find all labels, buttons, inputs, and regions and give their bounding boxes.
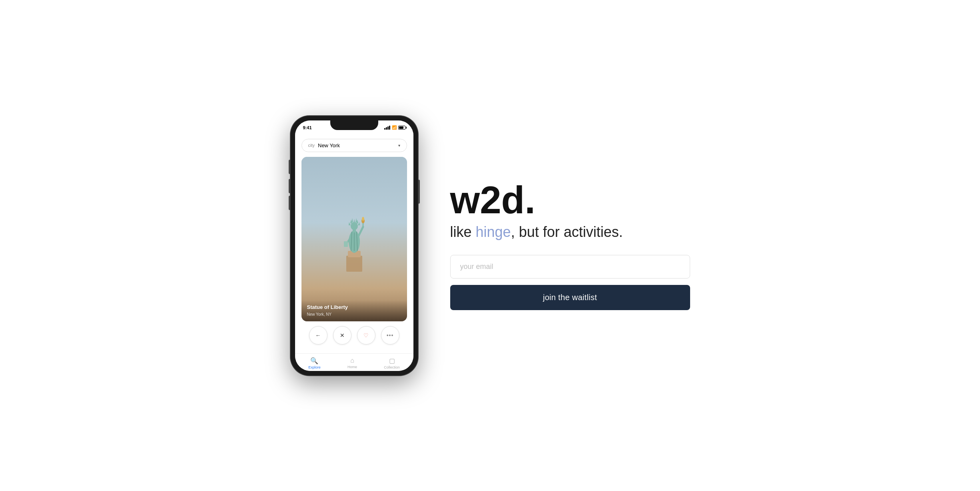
svg-marker-17	[349, 222, 351, 225]
status-time: 9:41	[303, 125, 312, 130]
battery-icon	[398, 126, 405, 130]
card-subtitle: New York, NY	[307, 312, 332, 317]
signal-icon	[384, 126, 390, 130]
phone-screen: 9:41 📶 ci	[295, 120, 413, 371]
brand-title: w2d.	[450, 181, 535, 219]
city-value: New York	[318, 142, 398, 148]
city-selector[interactable]: city New York ▾	[301, 139, 407, 152]
tagline-before: like	[450, 224, 476, 240]
activity-card: Statue of Liberty New York, NY	[301, 157, 407, 321]
tagline: like hinge, but for activities.	[450, 223, 623, 240]
svg-rect-11	[344, 241, 348, 247]
tab-home[interactable]: ⌂ Home	[347, 357, 357, 369]
svg-marker-19	[351, 218, 353, 222]
hinge-word: hinge	[476, 224, 511, 240]
back-button[interactable]: ←	[309, 326, 327, 345]
action-buttons: ← ✕ ♡ •••	[309, 326, 399, 345]
chevron-down-icon: ▾	[398, 143, 400, 148]
close-icon: ✕	[340, 332, 345, 339]
phone-mockup: 9:41 📶 ci	[290, 116, 418, 376]
statue-svg	[338, 208, 370, 272]
svg-rect-0	[346, 256, 362, 272]
svg-point-9	[362, 217, 364, 221]
svg-marker-20	[355, 218, 357, 222]
home-label: Home	[347, 365, 357, 369]
card-title: Statue of Liberty	[307, 304, 401, 310]
card-image	[301, 157, 407, 321]
tab-explore[interactable]: 🔍 Explore	[308, 357, 321, 369]
hero-section: w2d. like hinge, but for activities. joi…	[450, 181, 690, 310]
status-icons: 📶	[384, 125, 405, 130]
page-container: 9:41 📶 ci	[210, 100, 770, 392]
svg-line-6	[358, 227, 363, 236]
home-icon: ⌂	[350, 357, 354, 364]
dots-icon: •••	[387, 332, 394, 339]
collection-label: Collection	[384, 365, 400, 369]
back-icon: ←	[315, 332, 321, 339]
waitlist-button[interactable]: join the waitlist	[450, 285, 690, 310]
screen-content: city New York ▾	[295, 135, 413, 353]
more-button[interactable]: •••	[381, 326, 399, 345]
email-input-wrapper	[450, 255, 690, 279]
tab-bar: 🔍 Explore ⌂ Home ▢ Collection	[295, 353, 413, 371]
city-label: city	[308, 143, 315, 148]
phone-frame: 9:41 📶 ci	[290, 116, 418, 376]
tagline-after: , but for activities.	[511, 224, 623, 240]
status-bar: 9:41 📶	[295, 120, 413, 135]
svg-marker-18	[358, 222, 360, 225]
tab-collection[interactable]: ▢ Collection	[384, 357, 400, 369]
explore-label: Explore	[308, 365, 321, 369]
explore-icon: 🔍	[310, 357, 318, 365]
heart-button[interactable]: ♡	[357, 326, 375, 345]
notch-cutout	[330, 120, 378, 130]
wifi-icon: 📶	[392, 125, 397, 130]
svg-marker-14	[353, 219, 355, 223]
close-button[interactable]: ✕	[333, 326, 351, 345]
card-info: Statue of Liberty New York, NY	[301, 300, 407, 321]
collection-icon: ▢	[389, 357, 395, 365]
email-input[interactable]	[450, 255, 690, 279]
heart-icon: ♡	[363, 332, 369, 339]
